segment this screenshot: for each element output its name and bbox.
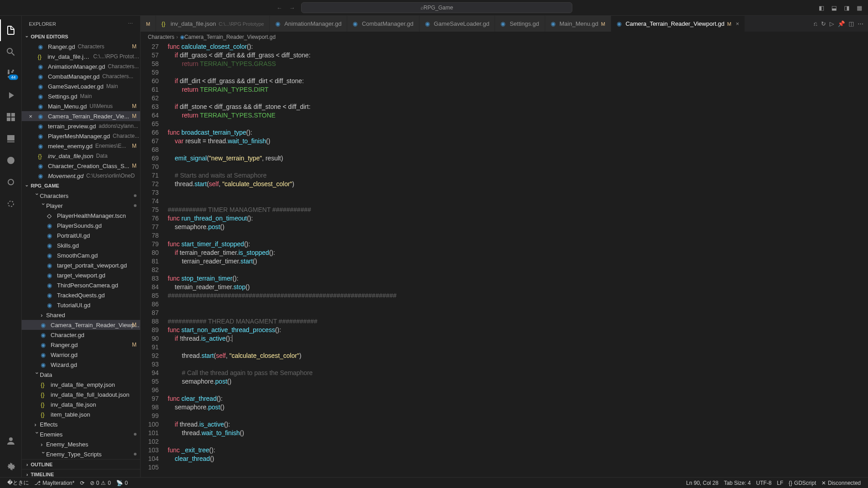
breadcrumb-item[interactable]: Characters [148, 34, 175, 40]
open-editor-item[interactable]: ×◉AnimationManager.gdCharacters... [22, 61, 140, 71]
folder-item[interactable]: ›Effects [22, 419, 140, 429]
open-editor-item[interactable]: ×◉Main_Menu.gdUI\MenusM [22, 101, 140, 111]
timeline-header[interactable]: › TIMELINE [22, 469, 140, 477]
folder-item[interactable]: ›Data [22, 370, 140, 380]
status-remote[interactable]: �ときに [5, 479, 32, 487]
close-icon[interactable]: × [736, 20, 740, 27]
folder-item[interactable]: ›Player [22, 201, 140, 211]
folder-item[interactable]: ›Enemy_Type_Scripts [22, 449, 140, 459]
file-item[interactable]: ◉Character.gd [22, 330, 140, 340]
status-language[interactable]: {} GDScript [786, 480, 819, 486]
open-editor-item[interactable]: ×{}inv_data_file.jsonData [22, 151, 140, 161]
nav-back[interactable]: ← [275, 3, 284, 12]
sidebar-more-icon[interactable]: ⋯ [128, 21, 133, 27]
activity-search[interactable] [0, 41, 22, 63]
project-header[interactable]: › RPG_GAME [22, 181, 140, 191]
status-ports[interactable]: 📡0 [113, 480, 131, 486]
open-editor-item[interactable]: ×{}inv_data_file.jsonC:\...\RPG Prototyp… [22, 52, 140, 61]
activity-scm[interactable]: 44 [0, 63, 22, 84]
pin-icon[interactable]: 📌 [838, 20, 845, 27]
file-item[interactable]: ◇PlayerHealthManager.tscn [22, 211, 140, 221]
editor-tab[interactable]: ◉Main_Menu.gdM [545, 16, 611, 32]
open-editor-item[interactable]: ×◉Ranger.gdCharactersM [22, 42, 140, 52]
status-sync[interactable]: ⟳ [77, 480, 87, 486]
nav-forward[interactable]: → [288, 3, 297, 12]
layout-sidebar-right-icon[interactable]: ◨ [842, 3, 852, 13]
status-connection[interactable]: ✕ Disconnected [819, 480, 863, 486]
activity-explorer[interactable] [0, 19, 22, 41]
command-center[interactable]: ⌕ RPG_Game [301, 2, 572, 13]
play-icon[interactable]: ▷ [830, 20, 834, 27]
file-item[interactable]: ◉Wizard.gd [22, 360, 140, 370]
status-problems[interactable]: ⊘0 ⚠0 [87, 480, 113, 486]
layout-sidebar-left-icon[interactable]: ◧ [816, 3, 826, 13]
file-item[interactable]: ◉Ranger.gdM [22, 340, 140, 350]
search-text: RPG_Game [424, 5, 453, 11]
status-encoding[interactable]: UTF-8 [754, 480, 774, 486]
editor-tab[interactable]: ◉AnimationManager.gd [270, 16, 347, 32]
file-item[interactable]: ◉Skills.gd [22, 240, 140, 250]
breadcrumb-item[interactable]: Camera_Terrain_Reader_Viewport.gd [184, 34, 276, 40]
open-editors-header[interactable]: › OPEN EDITORS [22, 32, 140, 42]
open-editor-item[interactable]: ×◉melee_enemy.gdEnemies\E...M [22, 141, 140, 151]
breadcrumb[interactable]: Characters › ◉ Camera_Terrain_Reader_Vie… [141, 32, 868, 42]
file-path: Enemies\E... [95, 143, 126, 149]
file-item[interactable]: ◉SmoothCam.gd [22, 250, 140, 260]
folder-item[interactable]: ›Shared [22, 310, 140, 320]
close-icon[interactable]: × [29, 113, 36, 120]
run-icon[interactable]: ↻ [821, 20, 826, 27]
editor-tab[interactable]: ◉CombatManager.gd [347, 16, 419, 32]
activity-debug[interactable] [0, 84, 22, 106]
status-branch[interactable]: ⎇ MayIteration* [32, 480, 77, 486]
activity-remote[interactable] [0, 128, 22, 150]
editor-tab[interactable]: M [141, 16, 156, 32]
more-icon[interactable]: ⋯ [858, 20, 863, 27]
activity-ext2[interactable] [0, 193, 22, 215]
status-eol[interactable]: LF [774, 480, 786, 486]
file-item[interactable]: ◉Camera_Terrain_Reader_Viewp...M [22, 320, 140, 330]
file-item[interactable]: ◉PlayerSounds.gd [22, 221, 140, 230]
editor-tab[interactable]: {}inv_data_file.jsonC:\...\RPG Prototype [156, 16, 270, 32]
file-item[interactable]: {}inv_data_file_empty.json [22, 380, 140, 389]
minimap[interactable] [823, 42, 868, 477]
file-item[interactable]: {}inv_data_file_full_loadout.json [22, 389, 140, 399]
file-item[interactable]: ◉TutorialUI.gd [22, 300, 140, 310]
editor-tab[interactable]: ◉Settings.gd [495, 16, 545, 32]
compare-icon[interactable]: ⎌ [814, 20, 817, 27]
open-editor-item[interactable]: ×◉Movement.gdC:\Users\orlin\OneD [22, 171, 140, 181]
file-item[interactable]: {}item_table.json [22, 409, 140, 419]
outline-header[interactable]: › OUTLINE [22, 459, 140, 469]
activity-godot[interactable] [0, 150, 22, 171]
open-editor-item[interactable]: ×◉Settings.gdMain [22, 91, 140, 101]
status-indent[interactable]: Tab Size: 4 [721, 480, 753, 486]
folder-item[interactable]: ›Enemies [22, 429, 140, 439]
code-editor[interactable]: 2757585960616263646566676869707172737475… [141, 42, 868, 477]
file-item[interactable]: ◉Warrior.gd [22, 350, 140, 360]
open-editor-item[interactable]: ×◉Camera_Terrain_Reader_Vie...M [22, 111, 140, 121]
split-icon[interactable]: ◫ [849, 20, 854, 27]
file-item[interactable]: ◉TrackedQuests.gd [22, 290, 140, 300]
layout-panel-icon[interactable]: ⬓ [829, 3, 839, 13]
status-cursor[interactable]: Ln 90, Col 28 [684, 480, 721, 486]
code-content[interactable]: func calculate_closest_color(): if diff_… [168, 42, 868, 477]
activity-extensions[interactable] [0, 106, 22, 128]
activity-account[interactable] [0, 430, 22, 452]
open-editor-item[interactable]: ×◉PlayerMeshManager.gdCharacte... [22, 131, 140, 141]
file-item[interactable]: ◉PortraitUI.gd [22, 230, 140, 240]
open-editor-item[interactable]: ×◉terrain_preview.gdaddons\zylann... [22, 121, 140, 131]
file-item[interactable]: ◉target_portrait_viewport.gd [22, 260, 140, 270]
activity-ext1[interactable] [0, 171, 22, 193]
editor-tab[interactable]: ◉Camera_Terrain_Reader_Viewport.gdM× [611, 16, 745, 32]
file-item[interactable]: {}inv_data_file.json [22, 399, 140, 409]
folder-item[interactable]: ›Characters [22, 191, 140, 201]
editor-tab[interactable]: ◉GameSaveLoader.gd [420, 16, 495, 32]
activity-settings[interactable] [0, 455, 22, 477]
layout-customize-icon[interactable]: ▦ [854, 3, 864, 13]
open-editor-item[interactable]: ×◉GameSaveLoader.gdMain [22, 81, 140, 91]
open-editor-item[interactable]: ×◉CombatManager.gdCharacters... [22, 71, 140, 81]
folder-item[interactable]: ›Enemy_Meshes [22, 439, 140, 449]
open-editor-item[interactable]: ×◉Character_Creation_Class_S...M [22, 161, 140, 171]
file-label: Main_Menu.gd [48, 103, 87, 110]
file-item[interactable]: ◉target_viewport.gd [22, 270, 140, 280]
file-item[interactable]: ◉ThirdPersonCamera.gd [22, 280, 140, 290]
